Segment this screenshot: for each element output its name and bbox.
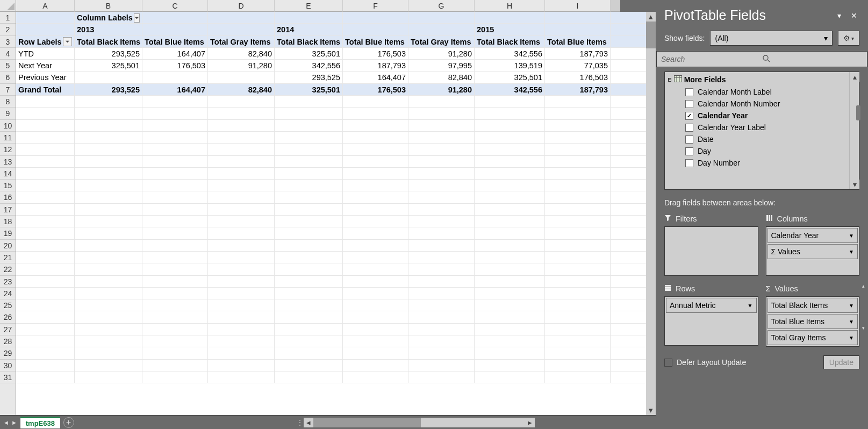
cell[interactable] [408, 347, 475, 359]
cell[interactable] [343, 120, 408, 131]
cell[interactable] [208, 12, 275, 23]
cell[interactable] [408, 144, 475, 155]
cell[interactable] [275, 252, 343, 263]
cell[interactable] [545, 324, 611, 335]
cell[interactable] [16, 288, 75, 299]
scroll-down-arrow-icon[interactable]: ▾ [860, 325, 866, 331]
cell[interactable] [475, 335, 545, 347]
row-header-29[interactable]: 29 [0, 347, 16, 359]
cell[interactable] [408, 216, 475, 227]
cell[interactable] [343, 144, 408, 155]
cell[interactable] [75, 72, 142, 83]
cell[interactable] [142, 227, 208, 239]
cell[interactable] [408, 227, 475, 239]
cell[interactable] [208, 240, 275, 251]
hscroll-thumb[interactable] [313, 418, 421, 427]
cell[interactable] [16, 168, 75, 179]
cell[interactable] [545, 227, 611, 239]
cell[interactable] [275, 360, 343, 371]
cell[interactable] [208, 180, 275, 191]
cell[interactable] [545, 252, 611, 263]
cell[interactable] [545, 24, 611, 35]
cell[interactable] [545, 288, 611, 299]
cell[interactable] [408, 180, 475, 191]
field-list-scrollbar[interactable]: ▴ ▾ [849, 72, 859, 189]
cell[interactable]: Row Labels [16, 36, 75, 47]
values-dropzone[interactable]: Total Black Items▼Total Blue Items▼Total… [766, 296, 860, 347]
cell[interactable] [475, 299, 545, 311]
cell[interactable] [275, 120, 343, 131]
cell[interactable] [75, 108, 142, 119]
chevron-down-icon[interactable]: ▼ [748, 303, 753, 309]
row-header-6[interactable]: 6 [0, 72, 16, 83]
cell[interactable] [75, 191, 142, 203]
cell[interactable] [142, 24, 208, 35]
field-checkbox[interactable]: ✓ [685, 112, 693, 120]
cell[interactable] [343, 96, 408, 107]
cell[interactable] [343, 156, 408, 167]
rows-dropzone[interactable]: Annual Metric▼ [664, 296, 758, 346]
horizontal-scrollbar[interactable]: ◂ ▸ [304, 418, 535, 427]
cell[interactable] [208, 132, 275, 143]
cell[interactable] [343, 252, 408, 263]
cell[interactable] [142, 191, 208, 203]
cell[interactable] [475, 216, 545, 227]
cell[interactable] [408, 24, 475, 35]
cell[interactable] [142, 204, 208, 215]
cell[interactable] [475, 168, 545, 179]
scroll-down-arrow-icon[interactable]: ▾ [850, 180, 859, 189]
field-group-header[interactable]: ⊟ More Fields [668, 75, 847, 84]
row-header-26[interactable]: 26 [0, 311, 16, 323]
cell[interactable]: Total Blue Items [142, 36, 208, 47]
cell[interactable] [343, 227, 408, 239]
cell[interactable] [142, 252, 208, 263]
cell[interactable] [208, 324, 275, 335]
cell[interactable] [142, 324, 208, 335]
cell[interactable] [408, 276, 475, 287]
cell[interactable] [545, 299, 611, 311]
cell[interactable] [208, 204, 275, 215]
field-scroll-thumb[interactable] [856, 105, 860, 120]
cell[interactable]: Previous Year [16, 72, 75, 83]
cell[interactable] [208, 120, 275, 131]
cell[interactable]: 342,556 [275, 60, 343, 71]
cell[interactable] [408, 360, 475, 371]
cell[interactable] [75, 311, 142, 323]
cell[interactable] [75, 96, 142, 107]
cell[interactable]: 2013 [75, 24, 142, 35]
cell[interactable] [475, 156, 545, 167]
cell[interactable] [408, 299, 475, 311]
cell[interactable] [142, 263, 208, 275]
cell[interactable] [545, 360, 611, 371]
cell[interactable] [408, 12, 475, 23]
row-header-14[interactable]: 14 [0, 168, 16, 180]
cell[interactable] [408, 324, 475, 335]
cell[interactable] [343, 371, 408, 383]
cell[interactable]: Total Blue Items [545, 36, 611, 47]
cell[interactable] [16, 263, 75, 275]
cell[interactable]: 2014 [275, 24, 343, 35]
cell[interactable] [545, 216, 611, 227]
column-header-A[interactable]: A [16, 0, 75, 12]
cell[interactable] [275, 12, 343, 23]
row-header-21[interactable]: 21 [0, 252, 16, 263]
cell[interactable]: 176,503 [545, 72, 611, 83]
cell[interactable] [142, 120, 208, 131]
cell[interactable] [343, 168, 408, 179]
cell[interactable]: 176,503 [343, 48, 408, 59]
cell[interactable] [545, 371, 611, 383]
cell[interactable] [343, 324, 408, 335]
row-header-4[interactable]: 4 [0, 48, 16, 60]
filter-dropdown-icon[interactable] [134, 13, 140, 23]
cell[interactable]: 82,840 [208, 84, 275, 95]
cell[interactable] [75, 347, 142, 359]
cell[interactable] [275, 216, 343, 227]
cell[interactable] [142, 108, 208, 119]
cell[interactable] [408, 191, 475, 203]
cell[interactable] [545, 96, 611, 107]
vertical-scrollbar[interactable]: ▴ ▾ [646, 12, 656, 415]
defer-checkbox[interactable] [664, 359, 672, 367]
cell[interactable] [75, 371, 142, 383]
cell[interactable] [208, 288, 275, 299]
cell[interactable] [545, 156, 611, 167]
